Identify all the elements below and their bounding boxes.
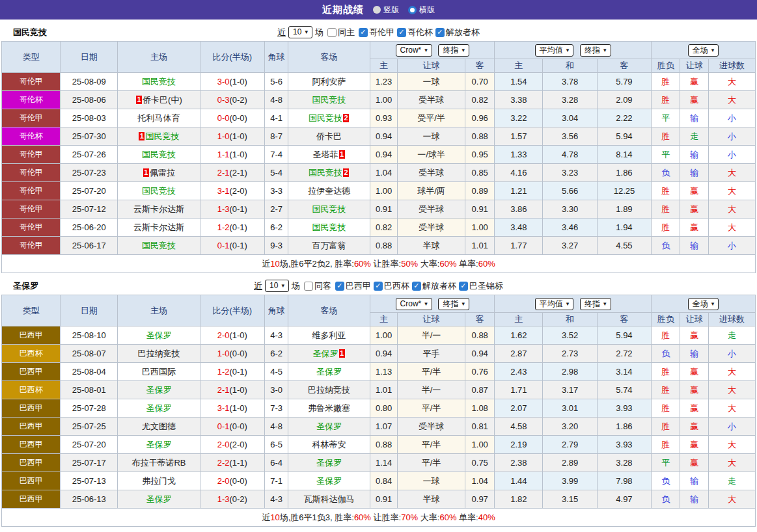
match-date: 25-08-06 <box>61 91 118 109</box>
final-odds-select[interactable]: 终指▾ <box>438 298 469 310</box>
final-average-select-value: 终指 <box>585 46 600 55</box>
col-odds-home: 主 <box>370 59 398 73</box>
odds-home: 1.14 <box>370 454 398 472</box>
home-team: 巴拉纳竞技 <box>118 345 200 363</box>
final-odds-select[interactable]: 终指▾ <box>438 44 469 57</box>
score: 3-1(1-0) <box>200 399 265 418</box>
league-checkbox[interactable]: ✓巴圣锦标 <box>459 280 503 292</box>
odds-away: 0.70 <box>465 73 495 91</box>
result-goals: 小 <box>709 127 756 146</box>
checkbox-checked-icon[interactable]: ✓ <box>459 282 468 291</box>
fulltime-select[interactable]: 全场▾ <box>688 298 719 310</box>
same-venue-checkbox[interactable]: 同客 <box>304 280 331 292</box>
bookmaker-select[interactable]: Crow*▾ <box>396 44 432 57</box>
final-average-select[interactable]: 终指▾ <box>580 298 611 310</box>
corners: 7-3 <box>265 399 288 418</box>
result-handicap: 走 <box>680 127 709 146</box>
col-odds-handicap: 让球 <box>397 59 465 73</box>
avg-draw: 2.98 <box>543 363 597 381</box>
avg-home: 1.62 <box>495 326 543 345</box>
table-row: 巴西甲 25-07-13 弗拉门戈 2-0(0-0) 7-1 圣保罗 0.84 … <box>2 472 756 490</box>
odds-handicap: 一球 <box>397 472 465 490</box>
radio-icon-horizontal[interactable] <box>408 6 417 14</box>
same-venue-checkbox[interactable]: 同主 <box>327 27 355 38</box>
chevron-down-icon: ▾ <box>424 301 428 307</box>
away-team: 阿利安萨 <box>288 73 370 91</box>
avg-away: 5.94 <box>597 326 651 345</box>
average-select[interactable]: 平均值▾ <box>535 44 574 57</box>
average-select[interactable]: 平均值▾ <box>535 298 574 310</box>
checkbox-checked-icon[interactable]: ✓ <box>359 28 368 37</box>
table-body: 哥伦甲 25-08-09 国民竞技 3-0(1-0) 5-6 阿利安萨 1.23… <box>2 73 756 273</box>
result-goals: 大 <box>709 91 756 109</box>
away-team: 圣保罗 <box>288 363 370 381</box>
result-goals: 大 <box>709 164 756 182</box>
col-home: 主场 <box>118 295 200 326</box>
table-row: 哥伦杯 25-07-30 1国民竞技 1-0(1-0) 8-7 侨卡巴 0.94… <box>2 127 756 146</box>
league-checkbox[interactable]: ✓哥伦杯 <box>397 27 433 38</box>
layout-option-vertical[interactable]: 竖版 <box>373 5 399 16</box>
match-count-select[interactable]: 10 ▾ <box>265 280 289 292</box>
team-label: 瓦斯科达伽马 <box>304 494 355 504</box>
league-checkbox[interactable]: ✓哥伦甲 <box>359 27 394 38</box>
sections-container: 国民竞技 近 10 ▾ 场 同主 ✓哥伦甲✓哥伦杯✓解放者杯 <box>0 23 757 527</box>
league-badge: 哥伦甲 <box>2 164 61 182</box>
fulltime-select[interactable]: 全场▾ <box>688 44 719 57</box>
result-winlose: 负 <box>652 164 680 182</box>
bookmaker-select[interactable]: Crow*▾ <box>396 298 432 310</box>
team-label: 国民竞技 <box>312 222 346 232</box>
matches-label: 场 <box>315 27 323 38</box>
league-badge: 哥伦甲 <box>2 237 61 255</box>
result-goals: 小 <box>709 237 756 255</box>
match-count-value: 10 <box>293 27 301 37</box>
away-team: 巴拉纳竞技 <box>288 381 370 399</box>
rank-badge: 2 <box>343 168 349 177</box>
checkbox-unchecked-icon[interactable] <box>327 28 337 37</box>
fulltime-select-value: 全场 <box>693 299 708 309</box>
radio-icon-vertical[interactable] <box>373 6 381 14</box>
checkbox-unchecked-icon[interactable] <box>304 282 313 291</box>
league-checkbox[interactable]: ✓巴西杯 <box>374 280 409 292</box>
match-count-select[interactable]: 10 ▾ <box>288 26 312 38</box>
checkbox-checked-icon[interactable]: ✓ <box>374 282 383 291</box>
odds-away: 0.88 <box>465 127 495 146</box>
score: 0-3(0-2) <box>200 91 265 109</box>
summary-stats: 近10场,胜6平2负2, 胜率:60% 让胜率:50% 大率:60% 单率:60… <box>2 255 756 273</box>
checkbox-checked-icon[interactable]: ✓ <box>435 28 445 37</box>
layout-option-horizontal[interactable]: 横版 <box>408 5 435 16</box>
league-badge: 巴西甲 <box>2 363 61 381</box>
team-section: 圣保罗 近 10 ▾ 场 同客 ✓巴西甲✓巴西杯✓解放者杯✓巴圣锦标 <box>0 277 757 527</box>
final-average-select[interactable]: 终指▾ <box>580 44 611 57</box>
match-date: 25-07-23 <box>61 164 118 182</box>
score: 1-1(1-0) <box>200 146 265 164</box>
checkbox-checked-icon[interactable]: ✓ <box>412 282 421 291</box>
score: 1-0(1-0) <box>200 127 265 146</box>
away-team: 圣塔菲1 <box>288 146 370 164</box>
near-link[interactable]: 近 <box>254 280 262 292</box>
league-checkbox[interactable]: ✓解放者杯 <box>435 27 480 38</box>
result-goals: 大 <box>709 454 756 472</box>
odds-away: 1.04 <box>465 472 495 490</box>
league-filters: ✓哥伦甲✓哥伦杯✓解放者杯 <box>357 27 480 38</box>
result-goals: 大 <box>709 200 756 219</box>
checkbox-checked-icon[interactable]: ✓ <box>335 282 344 291</box>
chevron-down-icon: ▾ <box>566 47 570 53</box>
table-row: 巴西甲 25-07-25 尤文图德 0-1(0-0) 4-8 圣保罗 1.07 … <box>2 418 756 436</box>
average-select-value: 平均值 <box>540 46 563 55</box>
avg-draw: 2.89 <box>543 454 597 472</box>
checkbox-checked-icon[interactable]: ✓ <box>397 28 406 37</box>
league-checkbox[interactable]: ✓巴西甲 <box>335 280 371 292</box>
league-checkbox[interactable]: ✓解放者杯 <box>412 280 456 292</box>
score: 2-1(1-0) <box>200 381 265 399</box>
near-link[interactable]: 近 <box>277 27 286 38</box>
away-team: 维多利亚 <box>288 326 370 345</box>
home-team: 圣保罗 <box>118 381 200 399</box>
home-team: 圣保罗 <box>118 436 200 454</box>
avg-away: 1.86 <box>597 164 651 182</box>
result-goals: 大 <box>709 436 756 454</box>
same-venue-label: 同主 <box>338 27 355 38</box>
league-badge: 巴西杯 <box>2 381 61 399</box>
match-date: 25-08-01 <box>61 381 118 399</box>
table-row: 巴西杯 25-08-07 巴拉纳竞技 1-0(0-0) 6-2 圣保罗1 0.9… <box>2 345 756 363</box>
team-label: 布拉干蒂诺RB <box>131 458 186 468</box>
